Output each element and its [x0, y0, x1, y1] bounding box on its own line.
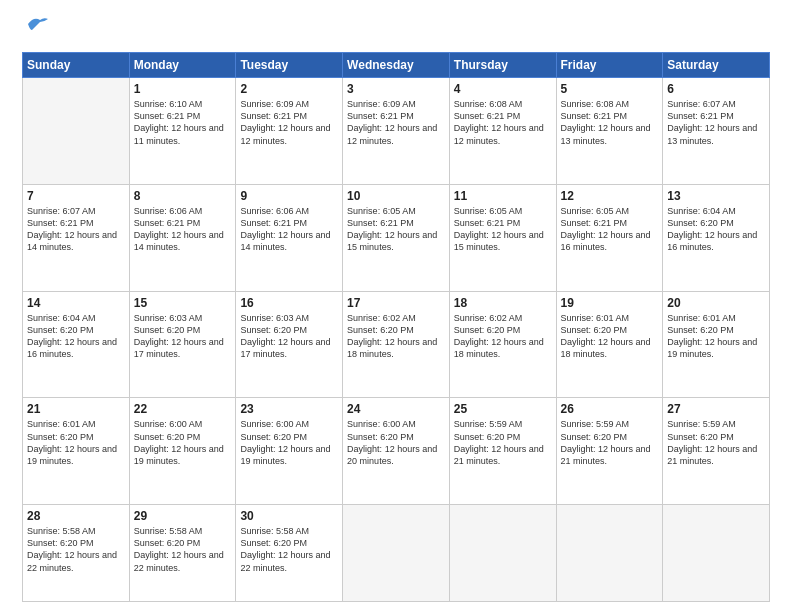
calendar-cell: 23Sunrise: 6:00 AMSunset: 6:20 PMDayligh…: [236, 398, 343, 505]
calendar-cell: 28Sunrise: 5:58 AMSunset: 6:20 PMDayligh…: [23, 505, 130, 602]
day-number: 24: [347, 402, 445, 416]
logo-bird-icon: [26, 16, 48, 36]
day-number: 5: [561, 82, 659, 96]
calendar-cell: [23, 78, 130, 185]
calendar-cell: 2Sunrise: 6:09 AMSunset: 6:21 PMDaylight…: [236, 78, 343, 185]
cell-sun-info: Sunrise: 6:07 AMSunset: 6:21 PMDaylight:…: [667, 98, 765, 147]
header: [22, 18, 770, 42]
weekday-header-wednesday: Wednesday: [343, 53, 450, 78]
calendar-cell: 22Sunrise: 6:00 AMSunset: 6:20 PMDayligh…: [129, 398, 236, 505]
cell-sun-info: Sunrise: 6:05 AMSunset: 6:21 PMDaylight:…: [561, 205, 659, 254]
day-number: 6: [667, 82, 765, 96]
day-number: 12: [561, 189, 659, 203]
calendar-cell: [449, 505, 556, 602]
calendar-cell: 14Sunrise: 6:04 AMSunset: 6:20 PMDayligh…: [23, 291, 130, 398]
cell-sun-info: Sunrise: 6:03 AMSunset: 6:20 PMDaylight:…: [134, 312, 232, 361]
calendar-cell: 1Sunrise: 6:10 AMSunset: 6:21 PMDaylight…: [129, 78, 236, 185]
cell-sun-info: Sunrise: 6:04 AMSunset: 6:20 PMDaylight:…: [667, 205, 765, 254]
cell-sun-info: Sunrise: 6:03 AMSunset: 6:20 PMDaylight:…: [240, 312, 338, 361]
day-number: 30: [240, 509, 338, 523]
day-number: 20: [667, 296, 765, 310]
day-number: 25: [454, 402, 552, 416]
day-number: 22: [134, 402, 232, 416]
calendar-cell: 13Sunrise: 6:04 AMSunset: 6:20 PMDayligh…: [663, 184, 770, 291]
calendar-cell: 7Sunrise: 6:07 AMSunset: 6:21 PMDaylight…: [23, 184, 130, 291]
cell-sun-info: Sunrise: 6:07 AMSunset: 6:21 PMDaylight:…: [27, 205, 125, 254]
weekday-header-sunday: Sunday: [23, 53, 130, 78]
calendar-cell: 12Sunrise: 6:05 AMSunset: 6:21 PMDayligh…: [556, 184, 663, 291]
cell-sun-info: Sunrise: 6:08 AMSunset: 6:21 PMDaylight:…: [561, 98, 659, 147]
calendar-cell: 24Sunrise: 6:00 AMSunset: 6:20 PMDayligh…: [343, 398, 450, 505]
calendar-week-row: 14Sunrise: 6:04 AMSunset: 6:20 PMDayligh…: [23, 291, 770, 398]
cell-sun-info: Sunrise: 6:01 AMSunset: 6:20 PMDaylight:…: [561, 312, 659, 361]
cell-sun-info: Sunrise: 6:01 AMSunset: 6:20 PMDaylight:…: [27, 418, 125, 467]
calendar-cell: 4Sunrise: 6:08 AMSunset: 6:21 PMDaylight…: [449, 78, 556, 185]
calendar-cell: 18Sunrise: 6:02 AMSunset: 6:20 PMDayligh…: [449, 291, 556, 398]
weekday-header-saturday: Saturday: [663, 53, 770, 78]
day-number: 16: [240, 296, 338, 310]
page: SundayMondayTuesdayWednesdayThursdayFrid…: [0, 0, 792, 612]
calendar-cell: 10Sunrise: 6:05 AMSunset: 6:21 PMDayligh…: [343, 184, 450, 291]
calendar-cell: 26Sunrise: 5:59 AMSunset: 6:20 PMDayligh…: [556, 398, 663, 505]
cell-sun-info: Sunrise: 5:59 AMSunset: 6:20 PMDaylight:…: [667, 418, 765, 467]
day-number: 29: [134, 509, 232, 523]
day-number: 19: [561, 296, 659, 310]
calendar-table: SundayMondayTuesdayWednesdayThursdayFrid…: [22, 52, 770, 602]
calendar-cell: 11Sunrise: 6:05 AMSunset: 6:21 PMDayligh…: [449, 184, 556, 291]
day-number: 17: [347, 296, 445, 310]
cell-sun-info: Sunrise: 6:00 AMSunset: 6:20 PMDaylight:…: [240, 418, 338, 467]
calendar-cell: [343, 505, 450, 602]
day-number: 9: [240, 189, 338, 203]
weekday-header-monday: Monday: [129, 53, 236, 78]
calendar-cell: [663, 505, 770, 602]
day-number: 13: [667, 189, 765, 203]
cell-sun-info: Sunrise: 6:10 AMSunset: 6:21 PMDaylight:…: [134, 98, 232, 147]
weekday-header-thursday: Thursday: [449, 53, 556, 78]
day-number: 7: [27, 189, 125, 203]
calendar-cell: 15Sunrise: 6:03 AMSunset: 6:20 PMDayligh…: [129, 291, 236, 398]
cell-sun-info: Sunrise: 6:00 AMSunset: 6:20 PMDaylight:…: [347, 418, 445, 467]
day-number: 1: [134, 82, 232, 96]
calendar-cell: 29Sunrise: 5:58 AMSunset: 6:20 PMDayligh…: [129, 505, 236, 602]
calendar-cell: 9Sunrise: 6:06 AMSunset: 6:21 PMDaylight…: [236, 184, 343, 291]
weekday-header-row: SundayMondayTuesdayWednesdayThursdayFrid…: [23, 53, 770, 78]
day-number: 28: [27, 509, 125, 523]
day-number: 23: [240, 402, 338, 416]
cell-sun-info: Sunrise: 6:06 AMSunset: 6:21 PMDaylight:…: [134, 205, 232, 254]
calendar-cell: 3Sunrise: 6:09 AMSunset: 6:21 PMDaylight…: [343, 78, 450, 185]
day-number: 3: [347, 82, 445, 96]
cell-sun-info: Sunrise: 6:09 AMSunset: 6:21 PMDaylight:…: [347, 98, 445, 147]
cell-sun-info: Sunrise: 6:05 AMSunset: 6:21 PMDaylight:…: [347, 205, 445, 254]
cell-sun-info: Sunrise: 6:08 AMSunset: 6:21 PMDaylight:…: [454, 98, 552, 147]
cell-sun-info: Sunrise: 5:58 AMSunset: 6:20 PMDaylight:…: [134, 525, 232, 574]
calendar-week-row: 7Sunrise: 6:07 AMSunset: 6:21 PMDaylight…: [23, 184, 770, 291]
calendar-cell: 20Sunrise: 6:01 AMSunset: 6:20 PMDayligh…: [663, 291, 770, 398]
cell-sun-info: Sunrise: 6:06 AMSunset: 6:21 PMDaylight:…: [240, 205, 338, 254]
cell-sun-info: Sunrise: 6:00 AMSunset: 6:20 PMDaylight:…: [134, 418, 232, 467]
calendar-cell: 5Sunrise: 6:08 AMSunset: 6:21 PMDaylight…: [556, 78, 663, 185]
weekday-header-tuesday: Tuesday: [236, 53, 343, 78]
calendar-cell: 19Sunrise: 6:01 AMSunset: 6:20 PMDayligh…: [556, 291, 663, 398]
cell-sun-info: Sunrise: 5:58 AMSunset: 6:20 PMDaylight:…: [27, 525, 125, 574]
day-number: 10: [347, 189, 445, 203]
calendar-cell: 25Sunrise: 5:59 AMSunset: 6:20 PMDayligh…: [449, 398, 556, 505]
calendar-cell: 30Sunrise: 5:58 AMSunset: 6:20 PMDayligh…: [236, 505, 343, 602]
day-number: 8: [134, 189, 232, 203]
cell-sun-info: Sunrise: 5:59 AMSunset: 6:20 PMDaylight:…: [561, 418, 659, 467]
weekday-header-friday: Friday: [556, 53, 663, 78]
day-number: 2: [240, 82, 338, 96]
day-number: 27: [667, 402, 765, 416]
cell-sun-info: Sunrise: 5:58 AMSunset: 6:20 PMDaylight:…: [240, 525, 338, 574]
calendar-week-row: 1Sunrise: 6:10 AMSunset: 6:21 PMDaylight…: [23, 78, 770, 185]
cell-sun-info: Sunrise: 6:01 AMSunset: 6:20 PMDaylight:…: [667, 312, 765, 361]
day-number: 11: [454, 189, 552, 203]
day-number: 18: [454, 296, 552, 310]
day-number: 14: [27, 296, 125, 310]
calendar-cell: 8Sunrise: 6:06 AMSunset: 6:21 PMDaylight…: [129, 184, 236, 291]
calendar-week-row: 28Sunrise: 5:58 AMSunset: 6:20 PMDayligh…: [23, 505, 770, 602]
calendar-cell: 27Sunrise: 5:59 AMSunset: 6:20 PMDayligh…: [663, 398, 770, 505]
calendar-cell: 21Sunrise: 6:01 AMSunset: 6:20 PMDayligh…: [23, 398, 130, 505]
cell-sun-info: Sunrise: 5:59 AMSunset: 6:20 PMDaylight:…: [454, 418, 552, 467]
cell-sun-info: Sunrise: 6:05 AMSunset: 6:21 PMDaylight:…: [454, 205, 552, 254]
day-number: 26: [561, 402, 659, 416]
